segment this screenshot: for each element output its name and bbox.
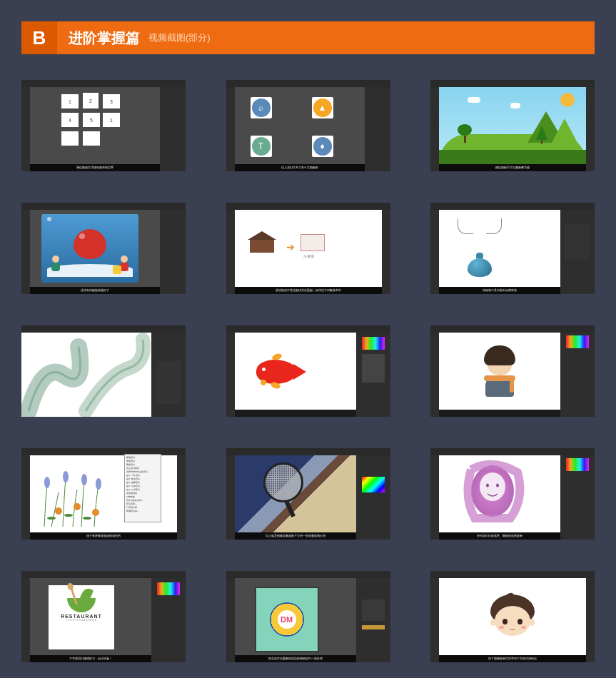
thumbnail-caption: 拖右边可以重新对描边的粗细进行一些改变: [235, 655, 356, 662]
thumbnail-3[interactable]: 建议画板尺寸以整像素为准: [430, 80, 595, 171]
artboard-label: 1: [103, 113, 120, 127]
svg-point-13: [486, 484, 489, 487]
svg-point-4: [63, 471, 69, 482]
header-subtitle: 视频截图(部分): [148, 31, 211, 44]
artboard-label: 1: [61, 94, 79, 108]
svg-point-6: [96, 478, 101, 490]
fish-icon: [256, 360, 296, 384]
svg-point-7: [47, 517, 56, 520]
thumbnail-12[interactable]: 得到我们比较满意、颜色较浅的效果: [430, 448, 595, 540]
thumbnail-2[interactable]: ⌕ ▲ T ♦ 以上我们打开了多个文档图标: [226, 80, 390, 171]
artboard-label: 4: [61, 113, 79, 127]
svg-point-14: [496, 484, 499, 487]
thumbnail-13[interactable]: RESTAURANT YOURSLOGANHERE 下节课我们继续练习，设计好看…: [21, 571, 186, 662]
chibi-avatar: [490, 594, 535, 636]
thumbnail-9[interactable]: [430, 325, 595, 417]
section-header: B 进阶掌握篇 视频截图(部分): [21, 21, 595, 54]
thumbnail-caption: 建议画板尺寸以整像素为准: [439, 164, 586, 171]
racket-icon: [263, 462, 309, 512]
logo-text: RESTAURANT: [49, 614, 114, 619]
svg-point-3: [44, 477, 50, 488]
svg-point-2: [92, 509, 99, 516]
dm-badge-icon: DM: [270, 602, 304, 637]
vector-label: 矢量图: [303, 254, 314, 258]
thumbnail-6[interactable]: 用钢笔工具勾勒出轮廓形状: [430, 203, 595, 294]
thumbnail-caption: 用钢笔工具勾勒出轮廓形状: [439, 287, 560, 294]
arrow-icon: ➔: [286, 241, 295, 253]
artboard-label: 3: [103, 94, 120, 108]
header-title: 进阶掌握篇: [69, 29, 140, 48]
artboard-label: 2: [83, 93, 99, 108]
brush-art: [21, 333, 151, 417]
svg-point-0: [55, 507, 62, 515]
thumbnail-caption: 通过拖拽方式移动画布的位置: [30, 164, 160, 171]
portrait-art: [439, 455, 560, 532]
thumbnail-1[interactable]: 1 2 3 4 5 1 通过拖拽方式移动画布的位置: [21, 80, 186, 171]
boy-avatar: [484, 345, 515, 397]
svg-point-9: [83, 517, 91, 520]
thumbnail-caption: 下节课我们继续练习，设计好看！: [30, 655, 151, 662]
thumbnail-caption: 加了模糊效果后对齐到下方的这些锚点: [439, 655, 586, 662]
thumbnail-11[interactable]: 以上就是图像描摹面板下方的一些调整选项介绍: [226, 448, 390, 540]
bowl-icon: [67, 598, 96, 612]
pot-icon: [468, 253, 492, 275]
thumbnail-caption: 以上我们打开了多个文档图标: [235, 164, 365, 171]
svg-point-12: [480, 472, 505, 501]
thumbnail-caption: 接下来讲解画笔面板相关的: [30, 532, 177, 540]
svg-point-5: [81, 474, 87, 485]
svg-point-1: [74, 503, 81, 510]
svg-point-8: [64, 514, 73, 517]
house-icon: [248, 231, 276, 253]
thumbnail-10[interactable]: 新建画笔...复制画笔删除画笔 移去画笔描边选择所有未使用的画笔显示 书法画笔 …: [21, 448, 186, 540]
logo-subtitle: YOURSLOGANHERE: [49, 619, 114, 622]
thumbnail-7[interactable]: [21, 325, 186, 417]
context-menu[interactable]: 新建画笔...复制画笔删除画笔 移去画笔描边选择所有未使用的画笔显示 书法画笔 …: [124, 454, 161, 522]
thumbnail-5[interactable]: ➔ 矢量图 该功能用于将位图转为矢量图，操作位于对象菜单中: [226, 203, 390, 294]
thumbnail-15[interactable]: 加了模糊效果后对齐到下方的这些锚点: [430, 571, 595, 662]
thumbnail-14[interactable]: DM 拖右边可以重新对描边的粗细进行一些改变: [226, 571, 390, 662]
thumbnail-caption: 得到我们比较满意、颜色较浅的效果: [439, 532, 560, 540]
thumbnail-4[interactable]: 这样剪切蒙版就做好了: [21, 203, 186, 294]
thumbnail-grid: 1 2 3 4 5 1 通过拖拽方式移动画布的位置 ⌕ ▲ T ♦ 以上我们打开…: [0, 54, 616, 678]
thumbnail-8[interactable]: [226, 325, 390, 417]
thumbnail-caption: 该功能用于将位图转为矢量图，操作位于对象菜单中: [235, 287, 382, 294]
thumbnail-caption: 以上就是图像描摹面板下方的一些调整选项介绍: [235, 532, 356, 540]
header-badge: B: [21, 21, 57, 54]
artboard-label: 5: [83, 113, 100, 127]
sun-icon: [560, 93, 575, 107]
thumbnail-caption: 这样剪切蒙版就做好了: [30, 287, 160, 294]
